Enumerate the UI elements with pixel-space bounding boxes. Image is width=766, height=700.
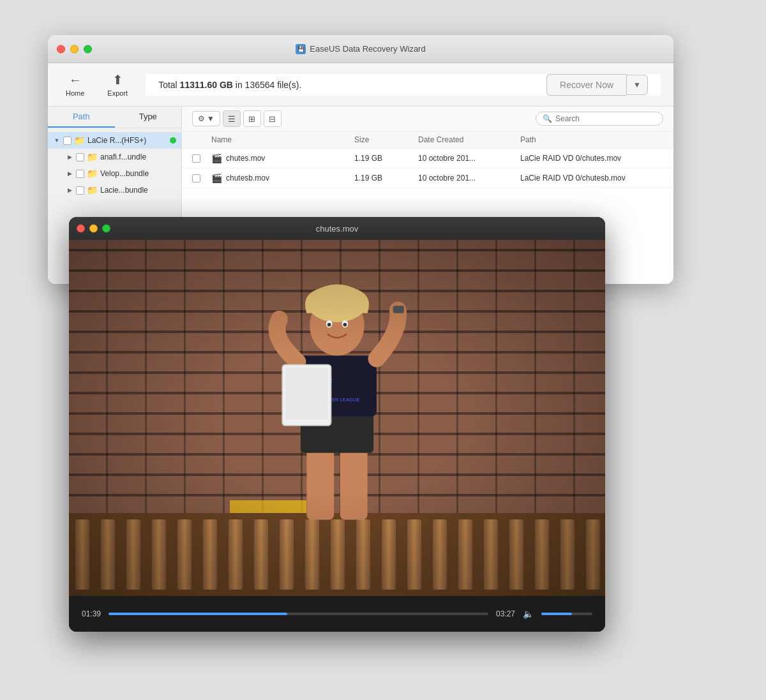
progress-track[interactable]	[109, 613, 488, 615]
ladder-bar	[331, 519, 345, 590]
video-close-button[interactable]	[77, 225, 85, 233]
table-row[interactable]: 🎬 chutes.mov 1.19 GB 10 octobre 201... L…	[182, 149, 673, 168]
summary-text: Total 11311.60 GB in 136564 file(s).	[158, 80, 301, 90]
ladder-bar	[203, 519, 217, 590]
file-date-2: 10 octobre 201...	[418, 174, 520, 182]
file-icon-2: 🎬	[211, 173, 222, 183]
svg-rect-7	[393, 306, 404, 313]
app-icon: 💾	[296, 44, 306, 54]
view-list-button[interactable]: ☰	[223, 110, 241, 127]
search-box: 🔍	[536, 112, 663, 126]
svg-point-12	[327, 323, 331, 327]
ladder-bar	[126, 519, 140, 590]
file-path-2: LaCie RAID VD 0/chutesb.mov	[520, 174, 663, 182]
file-name-text-1: chutes.mov	[226, 154, 265, 163]
ladder-bar	[433, 519, 447, 590]
file-name-1: 🎬 chutes.mov	[211, 153, 354, 163]
tree-toggle-lacie[interactable]: ▼	[53, 137, 61, 144]
row-checkbox-2[interactable]	[192, 174, 200, 182]
summary-suffix: file(s).	[274, 80, 301, 90]
home-icon: ←	[69, 73, 82, 87]
recover-dropdown-button[interactable]: ▼	[626, 75, 648, 95]
search-input[interactable]	[555, 114, 656, 123]
view-columns-button[interactable]: ⊟	[264, 110, 282, 127]
recover-section: Recover Now ▼	[546, 74, 648, 96]
toolbar: ← Home ⬆ Export Total 11311.60 GB in 136…	[48, 63, 673, 107]
total-time-label: 03:27	[496, 609, 515, 618]
volume-icon: 🔈	[523, 609, 534, 619]
folder-icon-velop: 📁	[87, 168, 98, 179]
folder-icon-lacie: 📁	[74, 135, 85, 145]
row-checkbox-1[interactable]	[192, 154, 200, 163]
col-path: Path	[520, 135, 663, 144]
tree-checkbox-lacie[interactable]	[63, 137, 71, 145]
video-minimize-button[interactable]	[89, 225, 98, 233]
col-size: Size	[354, 135, 418, 144]
tree-item-anafi[interactable]: ▶ 📁 anafi.f...undle	[48, 149, 181, 165]
export-label: Export	[107, 89, 128, 97]
ladder-bar	[382, 519, 396, 590]
video-title-bar: chutes.mov	[69, 217, 605, 240]
video-window: chutes.mov	[69, 217, 605, 632]
maximize-button[interactable]	[84, 45, 92, 53]
video-traffic-lights	[77, 225, 110, 233]
svg-rect-15	[285, 368, 328, 419]
home-label: Home	[66, 89, 84, 97]
ladder-bar	[101, 519, 115, 590]
summary-size: 11311.60 GB	[180, 80, 233, 90]
minimize-button[interactable]	[70, 45, 79, 53]
traffic-lights	[57, 45, 92, 53]
ladder-bar	[535, 519, 549, 590]
video-maximize-button[interactable]	[102, 225, 110, 233]
summary-middle: in	[233, 80, 245, 90]
video-title-text: chutes.mov	[316, 224, 358, 234]
close-button[interactable]	[57, 45, 65, 53]
summary-bar: Total 11311.60 GB in 136564 file(s). Rec…	[146, 74, 661, 96]
export-button[interactable]: ⬆ Export	[102, 70, 133, 100]
ladder-bar	[560, 519, 574, 590]
ladder-bar	[356, 519, 370, 590]
tree-item-lacie[interactable]: ▼ 📁 LaCie R...(HFS+)	[48, 132, 181, 149]
tree-item-name-lacie: LaCie R...(HFS+)	[87, 136, 167, 145]
search-icon: 🔍	[543, 114, 552, 123]
tab-path[interactable]: Path	[48, 107, 115, 128]
tree-checkbox-velop[interactable]	[76, 170, 84, 178]
tree-toggle-lacie-bundle[interactable]: ▶	[66, 186, 73, 194]
app-title-text: EaseUS Data Recovery Wizard	[310, 44, 425, 54]
tab-type[interactable]: Type	[115, 107, 182, 128]
ladder-bar	[484, 519, 498, 590]
tree-item-velop[interactable]: ▶ 📁 Velop...bundle	[48, 165, 181, 182]
tree-item-name-velop: Velop...bundle	[100, 169, 176, 178]
tree-item-name-lacie-bundle: Lacie...bundle	[100, 186, 176, 195]
volume-track[interactable]	[541, 613, 592, 615]
filter-button[interactable]: ⚙ ▼	[192, 111, 220, 126]
view-grid-button[interactable]: ⊞	[243, 110, 261, 127]
table-row[interactable]: 🎬 chutesb.mov 1.19 GB 10 octobre 201... …	[182, 168, 673, 188]
home-button[interactable]: ← Home	[61, 70, 89, 100]
tree-checkbox-anafi[interactable]	[76, 153, 84, 161]
tree-toggle-anafi[interactable]: ▶	[66, 153, 73, 161]
file-toolbar: ⚙ ▼ ☰ ⊞ ⊟ 🔍	[182, 107, 673, 131]
tree-checkbox-lacie-bundle[interactable]	[76, 186, 84, 195]
ladder-bar	[407, 519, 421, 590]
video-scene: SENIOR SMITH ANGELS CHEER LEAGUE	[69, 240, 605, 596]
summary-count: 136564	[245, 80, 275, 90]
ladder-bar	[152, 519, 166, 590]
volume-fill	[541, 613, 572, 615]
tree-toggle-velop[interactable]: ▶	[66, 170, 73, 177]
file-path-1: LaCie RAID VD 0/chutes.mov	[520, 154, 663, 163]
sidebar-tabs: Path Type	[48, 107, 181, 128]
progress-fill	[109, 613, 287, 615]
col-checkbox	[192, 135, 211, 144]
ladder-bar	[280, 519, 294, 590]
tree-item-lacie-bundle[interactable]: ▶ 📁 Lacie...bundle	[48, 182, 181, 198]
recover-now-button[interactable]: Recover Now	[546, 74, 626, 96]
ladder-bar	[75, 519, 89, 590]
file-size-1: 1.19 GB	[354, 154, 418, 163]
status-dot-lacie	[170, 137, 176, 144]
file-icon-1: 🎬	[211, 153, 222, 163]
col-date: Date Created	[418, 135, 520, 144]
export-icon: ⬆	[112, 72, 123, 87]
ladder-bar	[229, 519, 243, 590]
title-bar: 💾 EaseUS Data Recovery Wizard	[48, 35, 673, 63]
